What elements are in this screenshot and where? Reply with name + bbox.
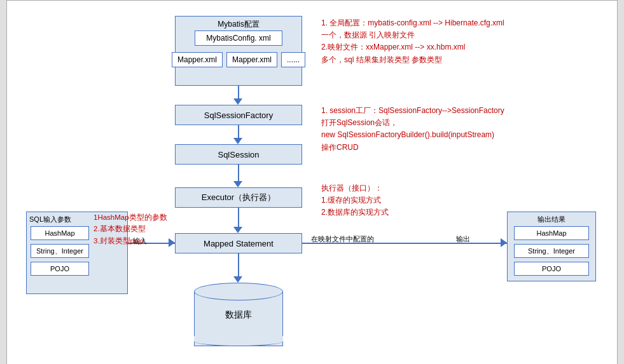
sql-input-hashmap: HashMap bbox=[31, 226, 89, 240]
db-container: 数据库 bbox=[194, 283, 283, 340]
output-title: 输出结果 bbox=[508, 215, 595, 224]
ann1-l2: 一个，数据源 引入映射文件 bbox=[321, 29, 504, 41]
left-ann-1: 1HashMap类型的参数 bbox=[94, 212, 167, 223]
mapper1-label: Mapper.xml bbox=[177, 55, 217, 64]
ms-label: Mapped Statement bbox=[204, 239, 274, 248]
left-ann-3: 3.封装类型pojo bbox=[94, 235, 167, 246]
ms-box: Mapped Statement bbox=[175, 233, 302, 253]
output-pojo: POJO bbox=[514, 262, 589, 276]
annotation-1: 1. 全局配置：mybatis-config.xml --> Hibernate… bbox=[321, 17, 504, 66]
ann3-l3: 2.数据库的实现方式 bbox=[321, 206, 389, 219]
ann1-l4: 多个，sql 结果集封装类型 参数类型 bbox=[321, 54, 504, 66]
exec-box: Executor（执行器） bbox=[175, 187, 302, 208]
arrow-down-5 bbox=[233, 276, 242, 283]
output-hashmap: HashMap bbox=[514, 226, 589, 240]
annotation-2: 1. session工厂：SqlSessionFactory-->Session… bbox=[321, 105, 504, 154]
db-label: 数据库 bbox=[194, 309, 283, 321]
mybatis-group: Mybatis配置 MybatisConfig. xml Mapper.xml … bbox=[175, 16, 302, 86]
arrow-right-input bbox=[169, 238, 175, 247]
arrow-down-3 bbox=[233, 181, 242, 187]
sql-input-boxes: HashMap String、Integer POJO bbox=[31, 226, 89, 276]
sql-input-title: SQL输入参数 bbox=[29, 215, 71, 224]
mybatisconfig-label: MybatisConfig. xml bbox=[206, 34, 270, 43]
arrow-line-1 bbox=[238, 86, 239, 100]
output-group: 输出结果 HashMap String、Integer POJO bbox=[507, 212, 596, 281]
mapper3-label: ...... bbox=[287, 55, 300, 64]
mapper2-box: Mapper.xml bbox=[226, 52, 277, 67]
ms-annotation: 在映射文件中配置的 bbox=[311, 234, 374, 244]
ann3-l2: 1.缓存的实现方式 bbox=[321, 194, 389, 206]
arrow-right-output bbox=[501, 238, 507, 247]
mybatis-group-title: Mybatis配置 bbox=[176, 19, 302, 30]
mapper3-box: ...... bbox=[281, 52, 305, 67]
ann2-l2: 打开SqlSession会话， bbox=[321, 117, 504, 129]
ssf-box: SqlSessionFactory bbox=[175, 105, 302, 125]
sql-input-string: String、Integer bbox=[31, 244, 89, 258]
arrow-down-4 bbox=[233, 227, 242, 233]
exec-label: Executor（执行器） bbox=[202, 192, 275, 203]
ann2-l4: 操作CRUD bbox=[321, 142, 504, 154]
ssf-label: SqlSessionFactory bbox=[204, 111, 273, 120]
ss-box: SqlSession bbox=[175, 144, 302, 165]
output-boxes: HashMap String、Integer POJO bbox=[514, 226, 589, 276]
ann2-l3: new SqlSessionFactoryBuilder().build(inp… bbox=[321, 129, 504, 141]
sql-input-pojo: POJO bbox=[31, 262, 89, 276]
mapper1-box: Mapper.xml bbox=[172, 52, 223, 67]
mapper2-label: Mapper.xml bbox=[232, 55, 272, 64]
diagram: Mybatis配置 MybatisConfig. xml Mapper.xml … bbox=[17, 11, 607, 354]
annotation-3: 执行器（接口）： 1.缓存的实现方式 2.数据库的实现方式 bbox=[321, 182, 389, 219]
ann1-l1: 1. 全局配置：mybatis-config.xml --> Hibernate… bbox=[321, 17, 504, 29]
left-annotation: 1HashMap类型的参数 2.基本数据类型 3.封装类型pojo bbox=[94, 212, 167, 246]
arrow-line-5 bbox=[238, 253, 239, 278]
mapper-row: Mapper.xml Mapper.xml ...... bbox=[179, 52, 298, 67]
mybatisconfig-box: MybatisConfig. xml bbox=[195, 30, 282, 46]
output-string: String、Integer bbox=[514, 244, 589, 258]
arrow-down-2 bbox=[233, 138, 242, 144]
db-cylinder: 数据库 bbox=[194, 283, 283, 346]
arrow-line-4 bbox=[238, 208, 239, 228]
ann1-l3: 2.映射文件：xxMapper.xml --> xx.hbm.xml bbox=[321, 41, 504, 53]
main-canvas: Mybatis配置 MybatisConfig. xml Mapper.xml … bbox=[6, 0, 618, 364]
ann2-l1: 1. session工厂：SqlSessionFactory-->Session… bbox=[321, 105, 504, 117]
arrow-line-2 bbox=[238, 125, 239, 139]
output-label: 输出 bbox=[456, 234, 470, 244]
left-ann-2: 2.基本数据类型 bbox=[94, 223, 167, 234]
ss-label: SqlSession bbox=[218, 150, 259, 159]
ann3-l1: 执行器（接口）： bbox=[321, 182, 389, 194]
arrow-line-3 bbox=[238, 165, 239, 182]
arrow-down-1 bbox=[233, 98, 242, 105]
